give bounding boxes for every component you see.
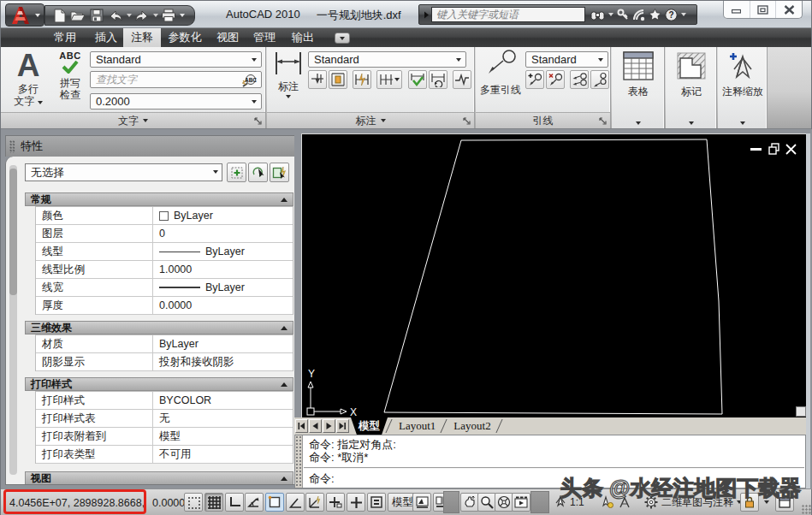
open-file-button[interactable] [69,7,86,24]
annoscale-button[interactable]: 注释缩放 [718,51,768,98]
tab-nav-next-button[interactable] [323,419,335,433]
ribbon-tab-annotate[interactable]: 注释 [123,28,161,47]
polar-toggle[interactable] [245,493,264,512]
panel-dimension-footer[interactable]: 标注 [267,112,474,128]
properties-palette-titlebar[interactable]: 特性 [5,135,296,157]
communication-center-icon[interactable] [632,9,645,21]
steering-wheel-button[interactable] [495,493,513,512]
ducs-toggle[interactable] [305,493,324,512]
section-view-collapse-icon[interactable] [281,477,287,481]
ribbon-tab-insert[interactable]: 插入 [90,28,122,47]
qat-customize-button[interactable] [179,7,185,24]
palette-scrollbar-thumb[interactable] [9,169,17,295]
property-row-thickness[interactable]: 厚度 0.0000 [36,297,293,315]
dim-jogline-button[interactable] [453,70,471,89]
section-3d[interactable]: 三维效果 [25,321,293,334]
dim-inspect-button[interactable] [408,70,427,89]
close-button[interactable] [776,1,802,18]
zoom-button[interactable] [477,493,496,512]
menu-browser-button[interactable] [5,3,44,27]
text-height-combo[interactable]: 0.2000 [90,93,262,110]
toggle-pickadd-button[interactable] [227,163,246,182]
palette-grip-icon[interactable] [9,140,15,153]
child-minimize-icon[interactable] [750,148,762,151]
key-icon[interactable] [617,9,629,21]
property-row-linetype-scale[interactable]: 线型比例 1.0000 [36,261,293,279]
panel-leader-launcher-icon[interactable] [598,116,608,126]
ribbon-tab-home[interactable]: 常用 [49,28,81,47]
ribbon-tab-view[interactable]: 视图 [211,28,244,47]
help-dropdown-icon[interactable] [681,13,686,16]
mtext-button[interactable]: A 多行 文字 [9,49,48,107]
ribbon-minimize-button[interactable] [335,33,350,44]
undo-dropdown[interactable] [126,7,132,24]
section-3d-collapse-icon[interactable] [281,326,287,330]
tab-nav-prev-button[interactable] [309,419,322,433]
panel-dimension-launcher-icon[interactable] [462,116,471,126]
panel-markup[interactable]: 标记 [666,47,717,128]
property-row-plot-table-type[interactable]: 打印表类型 不可用 [36,446,293,464]
section-plotstyle-collapse-icon[interactable] [281,382,287,387]
property-row-linetype[interactable]: 线型 ByLayer [36,243,293,261]
panel-text-footer[interactable]: 文字 [1,112,265,128]
panel-leader-footer[interactable]: 引线 [476,112,610,128]
dim-update-button[interactable] [429,70,447,89]
otrack-toggle[interactable] [286,493,305,512]
selection-combo[interactable]: 无选择 [25,163,222,181]
section-view[interactable]: 视图 [25,471,293,485]
tab-layout2[interactable]: Layout2 [447,417,497,435]
save-button[interactable] [88,7,105,24]
tab-nav-last-button[interactable] [336,419,349,433]
palette-scrollbar[interactable] [9,165,17,475]
showmotion-button[interactable] [512,493,530,512]
leader-collect-button[interactable] [590,70,609,89]
redo-button[interactable] [133,7,151,24]
leader-style-combo[interactable]: Standard [525,51,608,68]
grid-toggle[interactable] [204,493,223,512]
osnap-toggle[interactable] [265,493,284,512]
quick-select-button[interactable] [270,163,289,182]
plot-button[interactable] [160,7,177,24]
dim-break-button[interactable] [308,70,327,89]
search-dropdown-icon[interactable] [608,13,613,16]
property-row-color[interactable]: 颜色 ByLayer [36,207,293,225]
dim-style-combo[interactable]: Standard [308,51,466,68]
ortho-toggle[interactable] [225,493,244,512]
panel-table[interactable]: 表格 [612,47,665,128]
tab-model[interactable]: 模型 [351,417,388,435]
lwt-toggle[interactable] [347,493,365,512]
property-row-layer[interactable]: 图层 0 [36,225,293,243]
qp-toggle[interactable] [367,493,386,512]
dim-continue-button[interactable] [376,70,402,89]
markup-button[interactable]: 标记 [666,51,717,98]
property-row-material[interactable]: 材质 ByLayer [36,335,293,353]
multileader-button[interactable]: 多重引线 [478,50,523,96]
ribbon-tab-manage[interactable]: 管理 [248,28,281,47]
command-window-grip[interactable] [295,435,303,488]
tab-nav-first-button[interactable] [295,419,308,433]
find-text-icon[interactable]: ABC [240,74,259,87]
leader-add-button[interactable] [525,70,544,89]
redo-dropdown[interactable] [152,7,158,24]
text-style-combo[interactable]: Standard [90,51,262,68]
undo-button[interactable] [107,7,124,24]
property-row-plotstyle-table[interactable]: 打印样式表 无 [36,410,293,428]
property-row-lineweight[interactable]: 线宽 ByLayer [36,279,293,297]
quick-view-layouts-button[interactable] [412,493,431,512]
table-button[interactable]: 表格 [612,51,665,98]
resize-grip-icon[interactable] [802,505,811,514]
panel-annoscale[interactable]: 注释缩放 [718,47,768,128]
dim-adjust-space-button[interactable] [329,70,347,89]
snap-toggle[interactable] [184,493,203,512]
command-prompt[interactable]: 命令: [309,471,335,487]
search-icon[interactable] [590,9,605,21]
find-text-input[interactable]: 查找文字 ABC [90,71,262,88]
minimize-button[interactable] [724,1,750,18]
child-restore-icon[interactable] [769,144,779,154]
tab-layout1[interactable]: Layout1 [392,417,442,435]
ribbon-tab-output[interactable]: 输出 [287,28,319,47]
property-row-plot-table-attached[interactable]: 打印表附着到 模型 [36,428,293,446]
pan-button[interactable] [460,493,479,512]
infocenter-search-input[interactable]: 键入关键字或短语 [431,7,585,22]
help-icon[interactable]: ? [665,9,678,21]
